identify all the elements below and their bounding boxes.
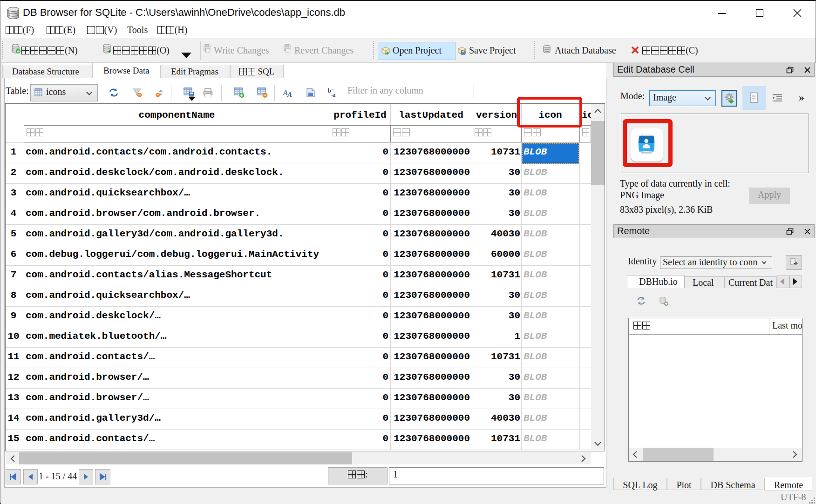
svg-text:a: a bbox=[333, 91, 336, 98]
svg-text:A: A bbox=[287, 91, 292, 98]
svg-text:b: b bbox=[328, 88, 331, 94]
